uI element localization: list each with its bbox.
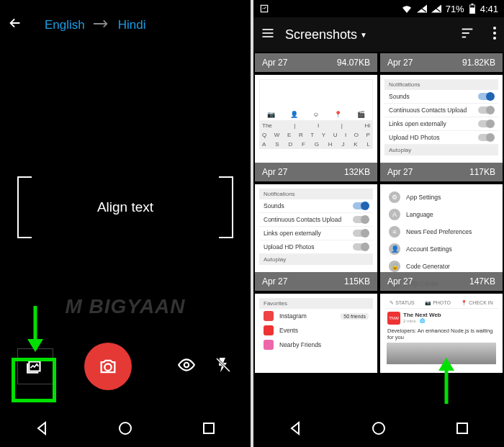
align-text-frame: Align text [17, 176, 233, 238]
svg-point-20 [493, 27, 496, 30]
svg-point-21 [493, 32, 496, 35]
sort-icon[interactable] [459, 25, 475, 44]
back-arrow-icon[interactable] [7, 15, 23, 35]
bracket-left-icon [17, 176, 32, 238]
android-navbar [253, 412, 504, 447]
thumbnail-item[interactable]: Favorites Instagram50 friends Events Nea… [255, 294, 377, 373]
camera-icon [98, 356, 118, 376]
thumbnail-item[interactable]: ✎ STATUS📷 PHOTO📍 CHECK IN TNW The Next W… [380, 294, 503, 373]
signal-icon-2 [431, 4, 441, 13]
status-bar: 71% 4:41 [253, 0, 504, 17]
watermark-text: M BIGYAAN [65, 295, 185, 318]
gallery-panel: 71% 4:41 Screenshots ▼ Apr 2794.07KB Apr… [253, 0, 504, 447]
translate-header: English Hindi [0, 0, 251, 50]
svg-rect-13 [470, 5, 474, 7]
dropdown-caret-icon: ▼ [360, 31, 367, 39]
translate-camera-panel: English Hindi Align text M BIGYAAN [0, 0, 251, 447]
wifi-icon [401, 4, 413, 13]
thumbnail-item[interactable]: Notifications Sounds Continuous Contacts… [380, 75, 503, 181]
signal-icon [417, 4, 427, 13]
toolbar-title[interactable]: Screenshots ▼ [285, 27, 449, 42]
camera-controls [0, 330, 251, 402]
gallery-icon [26, 357, 45, 376]
menu-icon[interactable] [261, 26, 275, 44]
swap-arrow-icon[interactable] [94, 19, 109, 32]
toolbar-title-text: Screenshots [285, 27, 357, 42]
svg-point-22 [493, 37, 496, 40]
thumbnail-grid[interactable]: Apr 2794.07KB Apr 2791.82KB 📷👤☺📍🎬 The|I|… [253, 52, 504, 447]
thumbnail-item[interactable]: Apr 2791.82KB [380, 53, 503, 72]
thumbnail-item[interactable]: Apr 2794.07KB [255, 53, 377, 72]
overflow-icon[interactable] [492, 26, 497, 43]
nav-home-icon[interactable] [370, 420, 387, 440]
nav-back-icon[interactable] [33, 420, 50, 440]
nav-recents-icon[interactable] [454, 420, 471, 440]
shutter-button[interactable] [84, 343, 132, 390]
eye-icon[interactable] [177, 356, 196, 377]
flash-off-icon[interactable] [215, 356, 232, 376]
svg-rect-26 [457, 423, 467, 433]
battery-percent: 71% [446, 4, 464, 14]
gallery-button[interactable] [17, 348, 53, 384]
source-language[interactable]: English [45, 18, 85, 32]
svg-point-6 [120, 423, 131, 434]
screenshot-notif-icon [259, 4, 269, 14]
svg-rect-12 [471, 4, 473, 5]
svg-point-25 [373, 423, 384, 434]
svg-rect-7 [204, 423, 214, 433]
nav-home-icon[interactable] [117, 420, 134, 440]
svg-point-0 [104, 364, 111, 371]
gallery-toolbar: Screenshots ▼ [253, 17, 504, 52]
android-navbar [0, 412, 251, 447]
thumbnail-item[interactable]: Notifications Sounds Continuous Contacts… [255, 184, 377, 291]
thumbnail-item[interactable]: 📷👤☺📍🎬 The|I|Hi QWERTYUIOP ASDFGHJKL Apr … [255, 75, 377, 181]
target-language[interactable]: Hindi [118, 18, 146, 32]
clock-time: 4:41 [480, 4, 498, 14]
svg-point-1 [184, 363, 189, 368]
align-text-label: Align text [97, 199, 153, 215]
nav-back-icon[interactable] [287, 420, 304, 440]
battery-icon [469, 4, 476, 14]
bracket-right-icon [219, 176, 233, 238]
thumbnail-item[interactable]: ⚙App Settings ALanguage ≡News Feed Prefe… [380, 184, 503, 291]
nav-recents-icon[interactable] [200, 420, 217, 440]
